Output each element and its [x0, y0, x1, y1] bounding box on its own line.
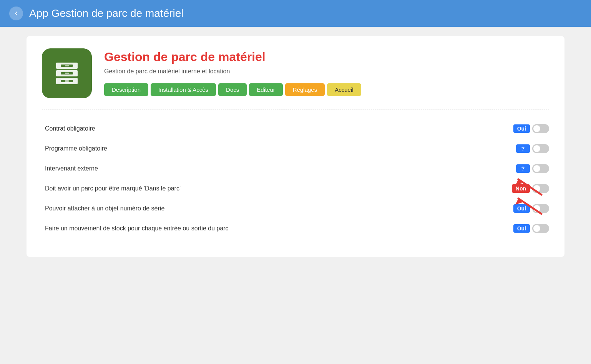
toggle-parc[interactable]	[532, 184, 549, 193]
setting-row-intervenant: Intervenant externe ?	[45, 159, 549, 179]
setting-control-programme: ?	[516, 144, 549, 153]
app-header: Gestion de parc de matériel Gestion de p…	[42, 48, 549, 98]
setting-control-parc: Non	[512, 184, 549, 193]
slider-mouvement	[532, 224, 549, 233]
app-name: Gestion de parc de matériel	[104, 50, 549, 64]
setting-label-programme: Programme obligatoire	[45, 144, 107, 153]
app-info: Gestion de parc de matériel Gestion de p…	[104, 48, 549, 96]
slider-contrat	[532, 124, 549, 133]
slider-attacher	[532, 204, 549, 213]
app-description: Gestion de parc de matériel interne et l…	[104, 68, 549, 75]
setting-control-mouvement: Oui	[513, 224, 549, 233]
setting-label-contrat: Contrat obligatoire	[45, 124, 95, 133]
badge-parc: Non	[512, 184, 530, 193]
badge-intervenant: ?	[516, 164, 530, 173]
setting-label-parc: Doit avoir un parc pour être marqué 'Dan…	[45, 184, 181, 193]
header-bar: App Gestion de parc de matériel	[0, 0, 591, 27]
toggle-attacher[interactable]	[532, 204, 549, 213]
tab-description[interactable]: Description	[104, 83, 148, 96]
section-divider	[42, 109, 549, 109]
content-area: Gestion de parc de matériel Gestion de p…	[27, 36, 564, 257]
setting-row-parc: Doit avoir un parc pour être marqué 'Dan…	[45, 179, 549, 199]
tab-reglages[interactable]: Réglages	[285, 83, 325, 96]
setting-label-attacher: Pouvoir attacher à un objet numéro de sé…	[45, 204, 164, 213]
page-title: App Gestion de parc de matériel	[29, 7, 184, 20]
setting-control-contrat: Oui	[513, 124, 549, 133]
svg-rect-8	[65, 80, 69, 82]
setting-control-intervenant: ?	[516, 164, 549, 173]
toggle-intervenant[interactable]	[532, 164, 549, 173]
setting-label-mouvement: Faire un mouvement de stock pour chaque …	[45, 224, 229, 233]
slider-programme	[532, 144, 549, 153]
tab-accueil[interactable]: Accueil	[327, 83, 361, 96]
setting-label-intervenant: Intervenant externe	[45, 164, 98, 173]
app-icon	[42, 48, 92, 98]
setting-row-mouvement: Faire un mouvement de stock pour chaque …	[45, 218, 549, 238]
settings-section: Contrat obligatoire Oui Programme obliga…	[42, 119, 549, 238]
tab-editeur[interactable]: Editeur	[249, 83, 283, 96]
badge-contrat: Oui	[513, 124, 530, 133]
badge-attacher: Oui	[513, 204, 530, 213]
badge-mouvement: Oui	[513, 224, 530, 233]
toggle-programme[interactable]	[532, 144, 549, 153]
tab-installation[interactable]: Installation & Accès	[151, 83, 216, 96]
toggle-contrat[interactable]	[532, 124, 549, 133]
svg-rect-2	[65, 65, 69, 66]
setting-row-programme: Programme obligatoire ?	[45, 139, 549, 159]
back-button[interactable]	[9, 7, 23, 20]
tabs-container: Description Installation & Accès Docs Ed…	[104, 83, 549, 96]
badge-programme: ?	[516, 144, 530, 153]
toggle-mouvement[interactable]	[532, 224, 549, 233]
setting-control-attacher: Oui	[513, 204, 549, 213]
slider-intervenant	[532, 164, 549, 173]
setting-row-contrat: Contrat obligatoire Oui	[45, 119, 549, 139]
slider-parc	[532, 184, 549, 193]
tab-docs[interactable]: Docs	[218, 83, 247, 96]
setting-row-attacher: Pouvoir attacher à un objet numéro de sé…	[45, 199, 549, 218]
svg-rect-5	[65, 73, 69, 74]
